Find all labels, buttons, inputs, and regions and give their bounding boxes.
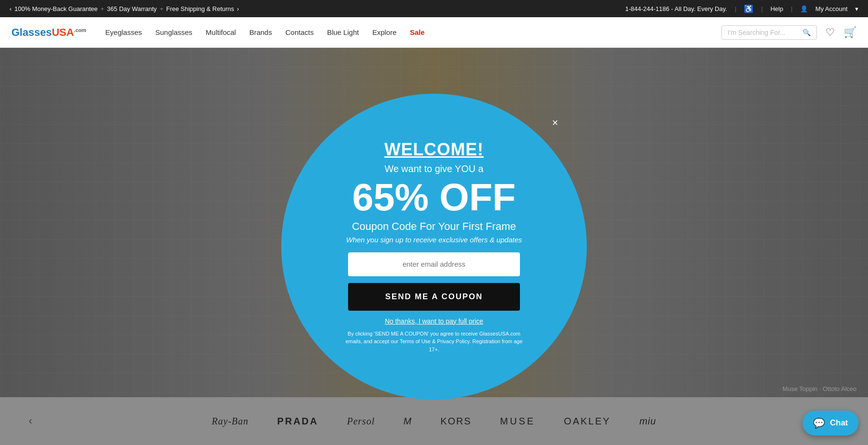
separator-1: + bbox=[101, 5, 105, 12]
popup-signup-text: When you sign up to receive exclusive of… bbox=[346, 236, 522, 244]
account-chevron[interactable]: ▾ bbox=[855, 5, 858, 12]
close-button[interactable]: × bbox=[552, 117, 558, 129]
nav-right: I'm Searching For... 🔍 ♡ 🛒 bbox=[721, 25, 857, 40]
send-coupon-button[interactable]: SEND ME A COUPON bbox=[348, 283, 520, 311]
help-link[interactable]: Help bbox=[771, 5, 783, 12]
main-navigation: GlassesUSA.com Eyeglasses Sunglasses Mul… bbox=[0, 17, 868, 48]
logo-text: GlassesUSA.com bbox=[11, 26, 86, 39]
wishlist-icon[interactable]: ♡ bbox=[826, 26, 835, 39]
account-icon[interactable]: 👤 bbox=[800, 5, 808, 12]
account-label[interactable]: My Account bbox=[815, 5, 847, 12]
search-box[interactable]: I'm Searching For... 🔍 bbox=[721, 25, 817, 40]
logo[interactable]: GlassesUSA.com bbox=[11, 26, 86, 39]
phone-number: 1-844-244-1186 - All Day. Every Day. bbox=[625, 5, 727, 12]
nav-bluelight[interactable]: Blue Light bbox=[327, 28, 359, 36]
popup-circle: × WELCOME! We want to give YOU a 65% OFF… bbox=[281, 94, 587, 400]
top-bar-right: 1-844-244-1186 - All Day. Every Day. | ♿… bbox=[625, 4, 858, 13]
promo-1: 100% Money-Back Guarantee bbox=[14, 5, 97, 12]
chat-button[interactable]: 💬 Chat bbox=[803, 411, 858, 435]
accessibility-icon[interactable]: ♿ bbox=[744, 4, 753, 13]
popup-welcome-title: WELCOME! bbox=[384, 140, 484, 160]
popup-coupon-text: Coupon Code For Your First Frame bbox=[352, 220, 516, 233]
nav-sale[interactable]: Sale bbox=[410, 28, 425, 36]
search-placeholder: I'm Searching For... bbox=[728, 29, 785, 36]
search-icon[interactable]: 🔍 bbox=[803, 29, 811, 36]
prev-chevron[interactable]: ‹ bbox=[10, 5, 11, 12]
nav-brands[interactable]: Brands bbox=[249, 28, 272, 36]
promo-3: Free Shipping & Returns bbox=[166, 5, 234, 12]
nav-multifocal[interactable]: Multifocal bbox=[206, 28, 236, 36]
nav-eyeglasses[interactable]: Eyeglasses bbox=[106, 28, 142, 36]
promo-items: ‹ 100% Money-Back Guarantee + 365 Day Wa… bbox=[10, 5, 239, 12]
nav-contacts[interactable]: Contacts bbox=[286, 28, 314, 36]
chat-icon: 💬 bbox=[813, 417, 825, 429]
nav-sunglasses[interactable]: Sunglasses bbox=[155, 28, 192, 36]
cart-icon[interactable]: 🛒 bbox=[844, 26, 857, 39]
popup-subtitle: We want to give YOU a bbox=[384, 163, 483, 174]
promo-2: 365 Day Warranty bbox=[107, 5, 157, 12]
chat-label: Chat bbox=[830, 418, 848, 428]
top-announcement-bar: ‹ 100% Money-Back Guarantee + 365 Day Wa… bbox=[0, 0, 868, 17]
nav-items: Eyeglasses Sunglasses Multifocal Brands … bbox=[106, 28, 721, 36]
no-thanks-link[interactable]: No thanks, I want to pay full price bbox=[385, 317, 483, 325]
hero-section: ‹ Ray-Ban PRADA Persol M KORS MUSE OAKLE… bbox=[0, 48, 868, 445]
email-input[interactable] bbox=[348, 252, 520, 276]
popup-disclaimer: By clicking 'SEND ME A COUPON' you agree… bbox=[343, 330, 525, 354]
next-chevron[interactable]: › bbox=[237, 5, 239, 12]
popup-discount: 65% OFF bbox=[352, 178, 516, 217]
nav-explore[interactable]: Explore bbox=[372, 28, 397, 36]
separator-2: + bbox=[159, 5, 163, 12]
modal-overlay[interactable]: × WELCOME! We want to give YOU a 65% OFF… bbox=[0, 48, 868, 445]
